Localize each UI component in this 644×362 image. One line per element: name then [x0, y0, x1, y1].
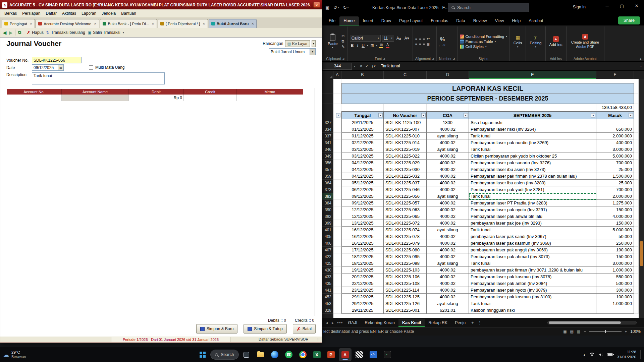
simpan-baru-button[interactable]: Simpan & Baru [196, 324, 238, 334]
fill-color-icon[interactable]: ▨ [379, 43, 384, 48]
cell-masuk[interactable]: 2.000.000 [596, 133, 634, 139]
header-coa[interactable]: COA▾ [427, 111, 469, 119]
cell-g[interactable] [634, 186, 639, 193]
sheet-tab-penju[interactable]: Penju [451, 319, 469, 327]
cell-g[interactable] [634, 253, 639, 260]
cell-g[interactable] [634, 206, 639, 213]
cell-masuk[interactable]: 190.000 [596, 247, 634, 253]
name-box[interactable]: 344 [323, 63, 352, 70]
normal-view-icon[interactable]: ▦ [563, 329, 567, 334]
header-september-2025[interactable]: SEPTEMBER 2025▾ [469, 111, 596, 119]
cell-g[interactable] [634, 260, 639, 267]
cell-voucher[interactable]: SDL-KK1225-019 [384, 146, 427, 153]
cell-masuk[interactable]: 5.000.000 [596, 227, 634, 233]
cell-masuk[interactable]: 1.000.000 [596, 300, 634, 307]
excel-search-box[interactable]: Search [448, 3, 529, 12]
account-no-cell[interactable] [7, 95, 62, 101]
tab-close-icon[interactable]: ✕ [152, 22, 154, 25]
ribbon-tab-formulas[interactable]: Formulas [427, 16, 452, 25]
cell-a[interactable] [333, 253, 341, 260]
cell-a[interactable] [333, 186, 341, 193]
sheet-tab-kas-kecil[interactable]: Kas Kecil [398, 319, 425, 327]
row-number[interactable]: 430 [322, 267, 333, 274]
row-number[interactable]: 453 [322, 300, 333, 307]
cell-keterangan[interactable]: Pembayaran laser ibu asien (Inv 3280) [469, 180, 596, 186]
sign-in-button[interactable]: Sign in [570, 4, 588, 10]
cell-voucher[interactable]: SDL-KK1225-125 [384, 294, 427, 300]
format-as-table-button[interactable]: Format as Table▾ [460, 40, 507, 44]
tab-close-icon[interactable]: ✕ [203, 22, 205, 25]
cell-coa[interactable]: 4000.02 [427, 274, 469, 280]
align-bottom-icon[interactable]: ≡ [423, 37, 425, 41]
ribbon-tab-page-layout[interactable]: Page Layout [395, 16, 427, 25]
row-number[interactable]: 407 [322, 247, 333, 253]
font-name-select[interactable]: Calibri▾ [350, 35, 381, 42]
cell-tanggal[interactable]: 16/12/2025 [341, 240, 384, 247]
cell-g[interactable] [634, 247, 639, 253]
header-masuk[interactable]: Masuk▾ [596, 111, 634, 119]
cell-coa[interactable]: 4000.02 [427, 280, 469, 287]
cell-tanggal[interactable]: 29/11/2025 [341, 119, 384, 126]
cell-voucher[interactable]: SDL-KK1225-057 [384, 200, 427, 206]
cell-masuk[interactable]: 3.000.000 [596, 146, 634, 153]
page-break-view-icon[interactable]: ▥ [577, 329, 580, 334]
document-tab[interactable]: Accurate Desktop Welcome✕ [36, 19, 99, 28]
cell-a[interactable] [333, 287, 341, 294]
cell-coa[interactable]: 4000.02 [427, 287, 469, 294]
cell-coa[interactable]: 4000.02 [427, 186, 469, 193]
cell-coa[interactable]: 4000.02 [427, 166, 469, 173]
cell-masuk[interactable]: 3.000.000 [596, 260, 634, 267]
filter-icon[interactable]: ▾ [464, 113, 468, 118]
cell-tanggal[interactable]: 16/12/2025 [341, 233, 384, 240]
ribbon-tab-review[interactable]: Review [469, 16, 491, 25]
cell-voucher[interactable]: SDL-KK1225-078 [384, 233, 427, 240]
copy-icon[interactable]: ⧉ [18, 30, 21, 35]
cell-voucher[interactable]: SDL-KK1225-014 [384, 139, 427, 146]
filter-icon[interactable]: ▾ [591, 113, 595, 118]
undo-icon[interactable]: ↺▾ [333, 5, 339, 10]
cell-coa[interactable]: 4000.02 [427, 233, 469, 240]
ribbon-tab-data[interactable]: Data [452, 16, 469, 25]
close-button[interactable]: ✕ [629, 0, 644, 11]
header-no-voucher[interactable]: No Voucher▾ [384, 111, 427, 119]
cell-masuk[interactable]: 150.000 [596, 220, 634, 227]
cell-a[interactable] [333, 227, 341, 233]
cell-coa[interactable]: 1300 [427, 119, 469, 126]
cell-tanggal[interactable]: 20/12/2025 [341, 274, 384, 280]
row-number[interactable]: 373 [322, 186, 333, 193]
menu-item-bantuan[interactable]: Bantuan [118, 11, 139, 16]
percent-style-icon[interactable]: % [440, 37, 445, 43]
cell-coa[interactable]: 4000.02 [427, 200, 469, 206]
cell-coa[interactable]: 4000.02 [427, 160, 469, 166]
cell-coa[interactable]: 4000.02 [427, 294, 469, 300]
insert-function-icon[interactable]: ƒx [372, 64, 375, 69]
menu-item-persiapan[interactable]: Persiapan [19, 11, 43, 16]
scrollbar-thumb[interactable] [640, 241, 643, 266]
cell-g[interactable] [634, 180, 639, 186]
cell-g[interactable] [634, 139, 639, 146]
cell-a[interactable] [333, 173, 341, 180]
cell-g[interactable] [634, 274, 639, 280]
column-header-e[interactable]: E [469, 71, 596, 79]
cell-tanggal[interactable]: 05/12/2025 [341, 180, 384, 186]
ribbon-tab-view[interactable]: View [491, 16, 508, 25]
cell-g[interactable] [634, 166, 639, 173]
cell-keterangan[interactable]: Pembayaran laser pak firman (Inv 2378 da… [469, 173, 596, 180]
row-number[interactable]: 422 [322, 253, 333, 260]
row-number[interactable]: 334 [322, 126, 333, 133]
sheet-tab-gaji[interactable]: GAJI [344, 319, 361, 327]
cell-a[interactable] [333, 206, 341, 213]
volume-icon[interactable] [599, 353, 603, 356]
cell-g[interactable] [634, 220, 639, 227]
column-header-d[interactable]: D [427, 71, 469, 79]
cell-coa[interactable]: 4000.02 [427, 173, 469, 180]
cell-tanggal[interactable]: 06/12/2025 [341, 186, 384, 193]
row-number[interactable]: 337 [322, 133, 333, 139]
cell-g[interactable] [634, 287, 639, 294]
column-header-f[interactable]: F [596, 71, 634, 79]
show-desktop-strip[interactable] [640, 350, 641, 359]
cell-a[interactable] [333, 294, 341, 300]
weather-widget[interactable]: ☁ 29°C Berawan [3, 347, 26, 362]
taskbar-terminal-button[interactable]: >_ [381, 348, 394, 361]
collapse-ribbon-icon[interactable]: ▴ [640, 57, 641, 60]
